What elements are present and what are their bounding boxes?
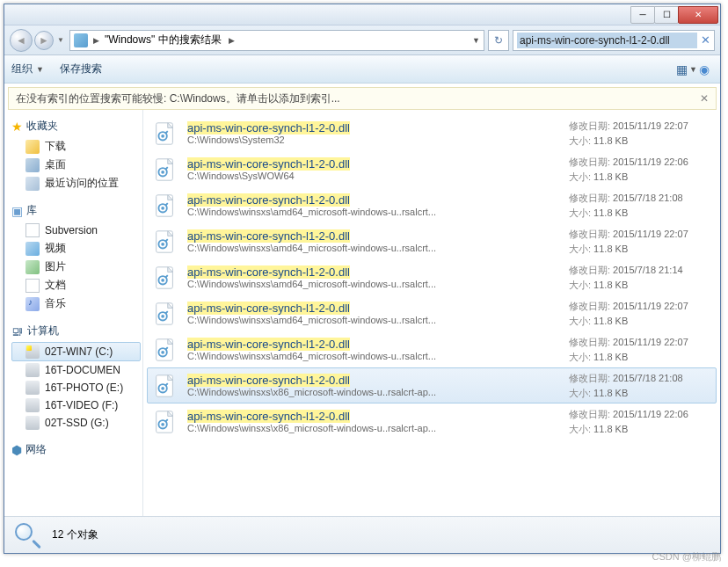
result-row[interactable]: api-ms-win-core-synch-l1-2-0.dllC:\Windo… xyxy=(147,367,717,403)
explorer-window: ─ ☐ ✕ ◄ ► ▼ ▶ "Windows" 中的搜索结果 ▶ ▼ ↻ ✕ 组… xyxy=(4,4,721,554)
svg-point-23 xyxy=(161,386,164,389)
back-button[interactable]: ◄ xyxy=(10,29,33,52)
sidebar-item-drive-d[interactable]: 16T-DOCUMEN xyxy=(11,361,142,379)
result-main: api-ms-win-core-synch-l1-2-0.dllC:\Windo… xyxy=(187,121,560,145)
search-box[interactable]: ✕ xyxy=(513,30,715,51)
svg-point-11 xyxy=(161,242,164,245)
indexing-info-bar[interactable]: 在没有索引的位置搜索可能较慢: C:\Windows。请单击以添加到索引... … xyxy=(8,87,717,110)
result-meta: 修改日期: 2015/11/19 22:07大小: 11.8 KB xyxy=(569,335,710,364)
sidebar-item-recent[interactable]: 最近访问的位置 xyxy=(11,174,142,193)
help-button[interactable]: ◉ xyxy=(695,61,713,78)
result-row[interactable]: api-ms-win-core-synch-l1-2-0.dllC:\Windo… xyxy=(147,331,717,367)
results-pane: api-ms-win-core-synch-l1-2-0.dllC:\Windo… xyxy=(143,110,720,516)
location-icon xyxy=(74,33,88,47)
network-group: ⬢网络 xyxy=(11,442,142,457)
result-meta: 修改日期: 2015/7/18 21:08大小: 11.8 KB xyxy=(569,191,710,220)
content-area: ★收藏夹 下载 桌面 最近访问的位置 ▣库 Subversion 视频 图片 文… xyxy=(4,110,720,516)
desktop-icon xyxy=(25,158,40,172)
network-icon: ⬢ xyxy=(11,443,22,457)
result-path: C:\Windows\winsxs\amd64_microsoft-window… xyxy=(187,279,560,289)
result-meta: 修改日期: 2015/7/18 21:08大小: 11.8 KB xyxy=(569,371,710,400)
result-main: api-ms-win-core-synch-l1-2-0.dllC:\Windo… xyxy=(187,374,560,397)
close-button[interactable]: ✕ xyxy=(678,6,718,24)
sidebar-item-desktop[interactable]: 桌面 xyxy=(11,156,142,174)
document-icon xyxy=(25,279,40,293)
dll-file-icon xyxy=(150,408,178,436)
chevron-right-icon[interactable]: ▶ xyxy=(229,36,235,45)
result-row[interactable]: api-ms-win-core-synch-l1-2-0.dllC:\Windo… xyxy=(147,223,717,259)
result-row[interactable]: api-ms-win-core-synch-l1-2-0.dllC:\Windo… xyxy=(147,403,717,440)
sidebar-item-documents[interactable]: 文档 xyxy=(11,276,142,294)
result-path: C:\Windows\winsxs\x86_microsoft-windows-… xyxy=(187,423,560,433)
result-main: api-ms-win-core-synch-l1-2-0.dllC:\Windo… xyxy=(187,302,560,325)
result-row[interactable]: api-ms-win-core-synch-l1-2-0.dllC:\Windo… xyxy=(147,295,717,331)
result-row[interactable]: api-ms-win-core-synch-l1-2-0.dllC:\Windo… xyxy=(147,115,717,151)
network-header[interactable]: ⬢网络 xyxy=(11,442,142,457)
computer-header[interactable]: 🖳计算机 xyxy=(11,323,142,338)
sidebar-item-downloads[interactable]: 下载 xyxy=(11,137,142,156)
sidebar-item-drive-c[interactable]: 02T-WIN7 (C:) xyxy=(11,342,141,361)
forward-button[interactable]: ► xyxy=(34,31,54,50)
libraries-header[interactable]: ▣库 xyxy=(11,203,142,218)
result-title: api-ms-win-core-synch-l1-2-0.dll xyxy=(187,121,560,134)
result-row[interactable]: api-ms-win-core-synch-l1-2-0.dllC:\Windo… xyxy=(147,187,717,223)
svg-point-20 xyxy=(161,350,164,353)
document-icon xyxy=(25,223,40,237)
computer-icon: 🖳 xyxy=(11,324,24,338)
watermark: CSDN @柳鲲鹏 xyxy=(652,550,721,563)
result-title: api-ms-win-core-synch-l1-2-0.dll xyxy=(187,338,560,351)
favorites-header[interactable]: ★收藏夹 xyxy=(11,119,142,134)
search-input[interactable] xyxy=(517,33,697,48)
result-title: api-ms-win-core-synch-l1-2-0.dll xyxy=(187,193,560,207)
result-main: api-ms-win-core-synch-l1-2-0.dllC:\Windo… xyxy=(187,157,560,181)
dll-file-icon xyxy=(150,192,178,220)
dll-file-icon xyxy=(150,336,178,364)
sidebar-item-subversion[interactable]: Subversion xyxy=(11,222,142,239)
nav-history-dropdown[interactable]: ▼ xyxy=(55,36,66,44)
breadcrumb-segment[interactable]: "Windows" 中的搜索结果 xyxy=(105,33,222,47)
navigation-pane: ★收藏夹 下载 桌面 最近访问的位置 ▣库 Subversion 视频 图片 文… xyxy=(4,110,143,516)
chevron-right-icon[interactable]: ▶ xyxy=(93,36,99,45)
svg-point-8 xyxy=(161,206,164,209)
svg-point-14 xyxy=(161,278,164,281)
result-row[interactable]: api-ms-win-core-synch-l1-2-0.dllC:\Windo… xyxy=(147,259,717,295)
maximize-button[interactable]: ☐ xyxy=(654,6,679,24)
save-search-button[interactable]: 保存搜索 xyxy=(60,62,102,76)
sidebar-item-music[interactable]: 音乐 xyxy=(11,294,142,313)
sidebar-item-videos[interactable]: 视频 xyxy=(11,239,142,258)
sidebar-item-drive-f[interactable]: 16T-VIDEO (F:) xyxy=(11,396,142,414)
drive-icon xyxy=(25,345,40,359)
chevron-down-icon: ▼ xyxy=(36,65,44,74)
indexing-info-text: 在没有索引的位置搜索可能较慢: C:\Windows。请单击以添加到索引... xyxy=(16,91,340,106)
organize-menu[interactable]: 组织▼ xyxy=(11,62,44,76)
result-meta: 修改日期: 2015/11/19 22:07大小: 11.8 KB xyxy=(569,119,710,148)
sidebar-item-drive-g[interactable]: 02T-SSD (G:) xyxy=(11,414,142,432)
result-title: api-ms-win-core-synch-l1-2-0.dll xyxy=(187,157,560,171)
favorites-group: ★收藏夹 下载 桌面 最近访问的位置 xyxy=(11,119,142,193)
result-title: api-ms-win-core-synch-l1-2-0.dll xyxy=(187,410,560,423)
star-icon: ★ xyxy=(11,120,23,134)
result-meta: 修改日期: 2015/11/19 22:07大小: 11.8 KB xyxy=(569,299,710,328)
computer-group: 🖳计算机 02T-WIN7 (C:) 16T-DOCUMEN 16T-PHOTO… xyxy=(11,323,142,432)
clear-search-icon[interactable]: ✕ xyxy=(701,33,710,47)
breadcrumb-bar[interactable]: ▶ "Windows" 中的搜索结果 ▶ ▼ xyxy=(69,30,484,51)
library-icon: ▣ xyxy=(11,204,23,218)
refresh-button[interactable]: ↻ xyxy=(488,30,509,51)
view-options-button[interactable]: ▦▼ xyxy=(678,61,695,78)
sidebar-item-pictures[interactable]: 图片 xyxy=(11,258,142,276)
result-main: api-ms-win-core-synch-l1-2-0.dllC:\Windo… xyxy=(187,265,560,289)
picture-icon xyxy=(25,260,40,274)
dll-file-icon xyxy=(150,228,178,256)
close-banner-icon[interactable]: ✕ xyxy=(700,92,709,105)
path-dropdown-icon[interactable]: ▼ xyxy=(472,36,480,45)
command-bar: 组织▼ 保存搜索 ▦▼ ◉ xyxy=(4,55,720,84)
minimize-button[interactable]: ─ xyxy=(630,6,655,24)
nav-buttons: ◄ ► ▼ xyxy=(10,29,66,52)
dll-file-icon xyxy=(150,156,178,184)
sidebar-item-drive-e[interactable]: 16T-PHOTO (E:) xyxy=(11,379,142,396)
dll-file-icon xyxy=(150,300,178,328)
address-bar: ◄ ► ▼ ▶ "Windows" 中的搜索结果 ▶ ▼ ↻ ✕ xyxy=(4,25,720,55)
result-path: C:\Windows\winsxs\amd64_microsoft-window… xyxy=(187,243,560,253)
status-bar: 12 个对象 xyxy=(4,516,720,553)
result-row[interactable]: api-ms-win-core-synch-l1-2-0.dllC:\Windo… xyxy=(147,151,717,187)
